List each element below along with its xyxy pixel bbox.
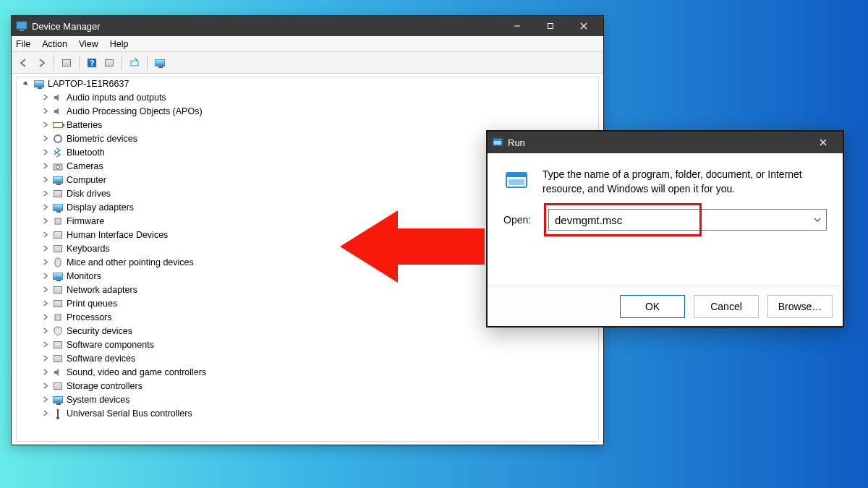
tree-category-label: Processors [67,312,112,322]
back-button[interactable] [16,55,32,71]
run-description: Type the name of a program, folder, docu… [542,168,827,196]
tree-category[interactable]: Software components [19,338,603,351]
minimize-button[interactable] [501,16,534,36]
mouse-icon [52,257,64,268]
run-combobox[interactable] [548,209,827,231]
expand-icon[interactable] [41,286,49,294]
expand-icon[interactable] [41,299,49,308]
expand-icon[interactable] [41,121,49,129]
expand-icon[interactable] [41,107,49,116]
menu-file[interactable]: File [16,39,30,49]
expand-icon[interactable] [41,134,49,143]
tree-category-label: Mice and other pointing devices [67,257,194,267]
expand-icon[interactable] [41,327,49,335]
close-button[interactable] [567,16,600,36]
speaker-icon [52,92,64,103]
tree-category[interactable]: System devices [19,393,603,406]
run-cancel-button[interactable]: Cancel [694,295,759,318]
svg-rect-12 [55,314,61,320]
bluetooth-icon [52,147,64,158]
run-ok-button[interactable]: OK [620,295,685,318]
software-icon [52,353,64,364]
run-close-button[interactable] [807,132,840,153]
toolbar-separator [147,56,148,70]
tree-category[interactable]: Sound, video and game controllers [19,365,603,379]
expand-icon[interactable] [41,148,49,157]
toolbar-separator [54,56,54,70]
scan-hardware-button[interactable] [127,55,142,71]
tree-category-label: Print queues [67,299,117,309]
tree-category-label: Sound, video and game controllers [67,367,206,377]
chevron-down-icon[interactable] [809,215,826,224]
device-manager-toolbar: ? [12,52,603,74]
run-open-label: Open: [503,214,538,226]
speaker-icon [52,367,64,378]
tree-category-label: Storage controllers [67,381,142,391]
expand-icon[interactable] [41,231,49,239]
expand-icon[interactable] [41,368,49,377]
svg-rect-0 [17,22,27,29]
expand-icon[interactable] [41,382,49,390]
tree-category[interactable]: Audio inputs and outputs [19,90,603,104]
tree-category-label: System devices [67,395,130,405]
expand-icon[interactable] [41,162,49,171]
tree-category-label: Firmware [67,216,104,226]
maximize-button[interactable] [534,16,567,36]
system-icon [52,394,64,406]
tree-category[interactable]: Storage controllers [19,379,603,393]
tree-category-label: Batteries [67,120,102,130]
expand-icon[interactable] [41,354,49,363]
show-hide-console-tree-button[interactable] [59,55,75,71]
expand-icon[interactable] [41,217,49,226]
tree-category-label: Software components [67,340,154,350]
run-title: Run [508,137,525,148]
menu-action[interactable]: Action [42,39,67,49]
svg-rect-14 [494,141,501,145]
tree-category-label: Disk drives [67,189,111,199]
properties-button[interactable] [101,55,117,71]
tree-category-label: Keyboards [67,244,110,254]
svg-rect-19 [506,173,527,177]
expand-icon[interactable] [41,203,49,212]
tree-category-label: Biometric devices [67,134,137,144]
expand-icon[interactable] [41,313,49,322]
tree-category-label: Monitors [67,271,101,281]
device-manager-titlebar[interactable]: Device Manager [12,16,603,36]
tree-category[interactable]: Software devices [19,351,603,365]
run-footer: OK Cancel Browse… [488,286,843,326]
expand-icon[interactable] [41,244,49,253]
tree-category-label: Software devices [67,354,135,364]
expand-icon[interactable] [41,395,49,404]
run-browse-button[interactable]: Browse… [767,295,833,318]
network-icon [52,284,64,296]
tree-category[interactable]: Universal Serial Bus controllers [19,406,603,420]
svg-rect-11 [55,218,61,224]
run-titlebar[interactable]: Run [488,132,843,153]
help-button[interactable]: ? [84,55,100,71]
tree-category-label: Bluetooth [67,147,105,158]
menu-view[interactable]: View [79,39,98,49]
menu-help[interactable]: Help [110,39,129,49]
expand-icon[interactable] [41,176,49,184]
run-input[interactable] [549,214,809,226]
toolbar-separator [79,56,80,70]
forward-button[interactable] [33,55,49,71]
run-app-icon [503,168,529,194]
tree-category[interactable]: Audio Processing Objects (APOs) [19,104,603,118]
expand-icon[interactable] [41,189,49,198]
collapse-icon[interactable] [22,80,30,88]
expand-icon[interactable] [41,272,49,281]
expand-icon[interactable] [41,258,49,267]
tree-category-label: Audio inputs and outputs [67,93,166,103]
tree-root-node[interactable]: LAPTOP-1E1R6637 [19,77,603,90]
computer-icon [52,174,64,186]
display-adapter-icon [52,202,64,213]
view-devices-button[interactable] [152,55,168,71]
keyboard-icon [52,243,64,254]
expand-icon[interactable] [41,409,49,418]
tree-category-label: Display adapters [67,202,134,213]
tree-category-label: Computer [67,175,106,185]
expand-icon[interactable] [41,341,49,349]
camera-icon [52,160,64,172]
expand-icon[interactable] [41,93,49,102]
